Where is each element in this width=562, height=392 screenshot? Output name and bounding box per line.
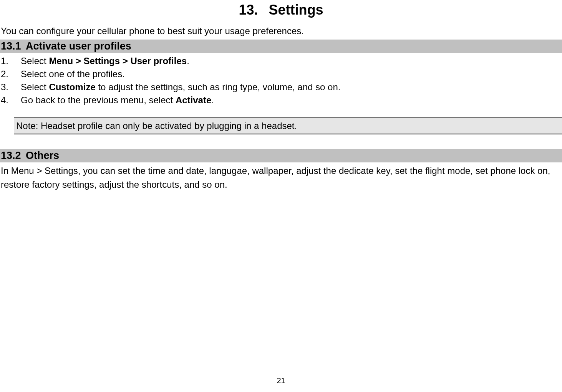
list-item: 2. Select one of the profiles. xyxy=(0,68,562,81)
list-item-text: Select Customize to adjust the settings,… xyxy=(21,82,340,93)
list-item-text: Go back to the previous menu, select Act… xyxy=(21,95,214,106)
section-header-13-2: 13.2 Others xyxy=(0,149,562,162)
section-title: Activate user profiles xyxy=(26,40,131,52)
text-prefix: Go back to the previous menu, select xyxy=(21,95,176,105)
note-label: Note: xyxy=(16,121,38,131)
list-item-text: Select Menu > Settings > User profiles. xyxy=(21,56,189,66)
note-box: Note: Headset profile can only be activa… xyxy=(14,117,562,134)
spacer xyxy=(0,145,562,149)
section-number: 13.1 xyxy=(1,40,21,52)
list-item: 4. Go back to the previous menu, select … xyxy=(0,94,562,107)
section-header-13-1: 13.1 Activate user profiles xyxy=(0,40,562,53)
list-item-text: Select one of the profiles. xyxy=(21,69,125,79)
text-prefix: Select xyxy=(21,82,49,92)
list-item-number: 1. xyxy=(1,56,21,66)
page-title-text: Settings xyxy=(269,2,323,18)
list-item-number: 4. xyxy=(1,95,21,106)
note-text: Headset profile can only be activated by… xyxy=(38,121,297,131)
section-title: Others xyxy=(26,150,59,161)
page-title: 13. Settings xyxy=(0,2,562,18)
steps-list-13-1: 1. Select Menu > Settings > User profile… xyxy=(0,55,562,107)
list-item: 3. Select Customize to adjust the settin… xyxy=(0,81,562,94)
list-item: 1. Select Menu > Settings > User profile… xyxy=(0,55,562,68)
text-prefix: Select xyxy=(21,56,49,66)
section-paragraph-13-2: In Menu > Settings, you can set the time… xyxy=(0,164,562,192)
text-bold: Menu > Settings > User profiles xyxy=(49,56,187,66)
text-prefix: Select one of the profiles. xyxy=(21,69,125,79)
text-bold: Customize xyxy=(49,82,95,92)
section-number: 13.2 xyxy=(1,150,21,161)
text-suffix: . xyxy=(187,56,189,66)
intro-paragraph: You can configure your cellular phone to… xyxy=(0,26,562,36)
page-number: 21 xyxy=(0,376,562,385)
text-bold: Activate xyxy=(176,95,211,105)
text-suffix: . xyxy=(211,95,214,105)
text-suffix: to adjust the settings, such as ring typ… xyxy=(96,82,341,92)
list-item-number: 3. xyxy=(1,82,21,93)
list-item-number: 2. xyxy=(1,69,21,79)
page-title-number: 13. xyxy=(239,2,258,18)
